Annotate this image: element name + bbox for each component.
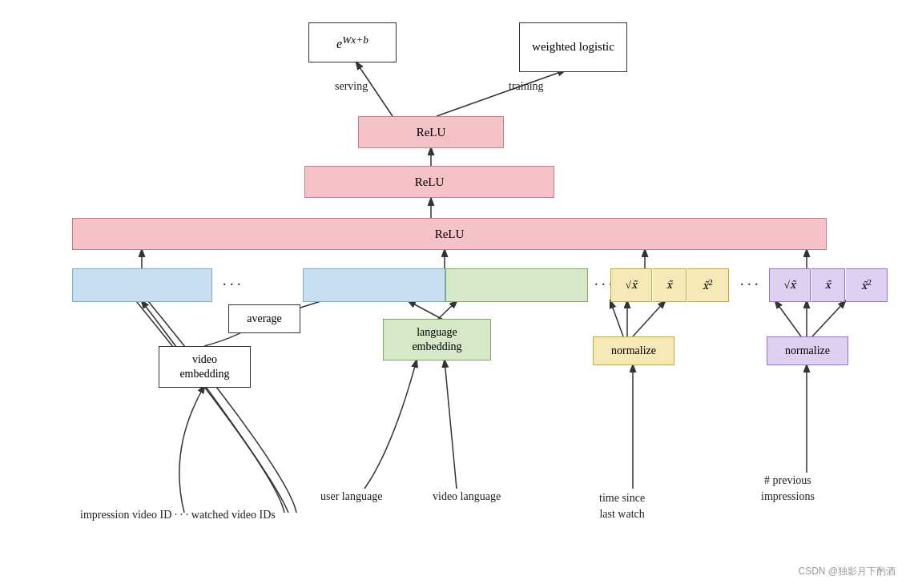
exp-formula-box: eWx+b xyxy=(308,22,397,62)
yellow-label2: x̃ xyxy=(666,279,672,292)
normalize-purple-label: normalize xyxy=(785,344,830,357)
blue-mid-box xyxy=(303,268,445,302)
diagram-container: eWx+b weighted logistic serving training… xyxy=(0,0,910,588)
impression-video-id-label: impression video ID · · · watched video … xyxy=(80,509,276,522)
video-embedding-label: videoembedding xyxy=(179,352,229,381)
svg-line-15 xyxy=(812,301,845,336)
blue-left-box xyxy=(72,268,212,302)
relu-wide-box: ReLU xyxy=(72,218,827,250)
average-label: average xyxy=(247,312,282,325)
serving-label: serving xyxy=(335,80,368,93)
language-embedding-label: languageembedding xyxy=(412,325,461,354)
weighted-logistic-box: weighted logistic xyxy=(519,22,627,72)
yellow-box2: x̃ xyxy=(653,268,687,302)
normalize-yellow-label: normalize xyxy=(611,344,656,357)
svg-line-1 xyxy=(437,70,565,116)
relu-mid-label: ReLU xyxy=(415,175,445,189)
svg-line-10 xyxy=(409,301,445,320)
yellow-box3: x̃2 xyxy=(687,268,729,302)
dots3-label: · · · xyxy=(740,276,759,293)
exp-formula-label: eWx+b xyxy=(336,34,368,51)
svg-line-16 xyxy=(775,301,801,336)
yellow-label3: x̃2 xyxy=(703,277,713,292)
video-language-label: video language xyxy=(433,490,501,503)
relu-mid-box: ReLU xyxy=(304,166,554,198)
watermark: CSDN @独影月下酌酒 xyxy=(798,565,896,578)
yellow-label1: √x̃ xyxy=(626,279,637,292)
user-language-label: user language xyxy=(320,490,382,503)
time-since-label: time sincelast watch xyxy=(599,490,645,522)
purple-label3: x̃2 xyxy=(861,277,872,292)
video-embedding-box: videoembedding xyxy=(159,346,251,388)
purple-box1: √x̃ xyxy=(769,268,811,302)
num-prev-impressions-label: # previousimpressions xyxy=(761,473,815,504)
svg-line-12 xyxy=(633,301,665,336)
normalize-yellow-box: normalize xyxy=(593,336,674,365)
language-embedding-box: languageembedding xyxy=(383,319,491,360)
relu-top-box: ReLU xyxy=(358,116,504,148)
weighted-logistic-label: weighted logistic xyxy=(532,39,614,55)
purple-box3: x̃2 xyxy=(846,268,888,302)
normalize-purple-box: normalize xyxy=(767,336,848,365)
dots1-label: · · · xyxy=(223,276,241,293)
training-label: training xyxy=(509,80,544,93)
average-box: average xyxy=(228,304,300,333)
purple-box2: x̃ xyxy=(811,268,845,302)
relu-top-label: ReLU xyxy=(417,126,446,139)
purple-label2: x̃ xyxy=(825,279,831,292)
svg-line-13 xyxy=(610,301,623,336)
yellow-box1: √x̃ xyxy=(610,268,652,302)
purple-label1: √x̃ xyxy=(784,279,795,292)
relu-wide-label: ReLU xyxy=(435,228,465,241)
green-mid-box xyxy=(445,268,588,302)
